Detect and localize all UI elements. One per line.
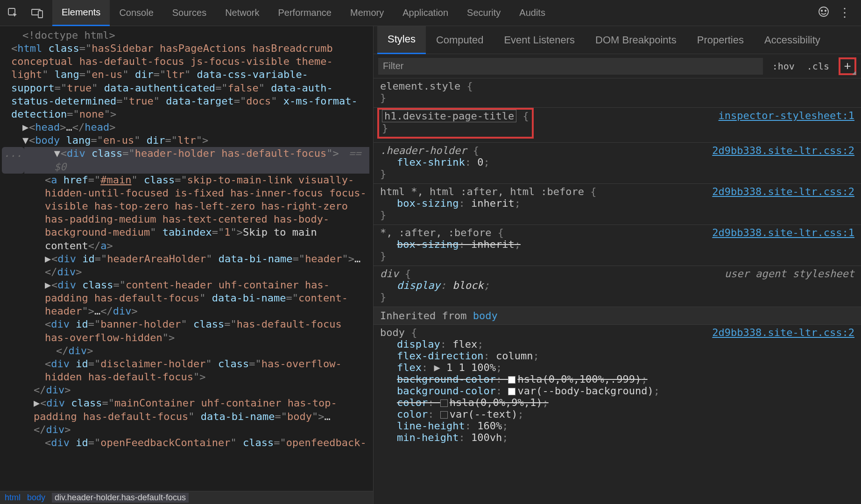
styles-filter-bar: :hov .cls + [374, 54, 861, 78]
styles-rules-list: element.style { } inspector-stylesheet:1… [374, 78, 861, 504]
tab-elements[interactable]: Elements [52, 0, 110, 26]
inherited-from-header: Inherited from body [374, 307, 861, 325]
style-rule[interactable]: 2d9bb338.site-ltr.css:2 body { display: … [374, 325, 861, 447]
stylesheet-link[interactable]: inspector-stylesheet:1 [719, 110, 854, 121]
styles-filter-input[interactable] [378, 58, 763, 75]
subtab-styles[interactable]: Styles [377, 26, 426, 54]
selected-node[interactable]: ▼<div class="header-holder has-default-f… [24, 147, 369, 173]
hidden-nodes-indicator[interactable]: ... [2, 147, 24, 173]
stylesheet-link[interactable]: 2d9bb338.site-ltr.css:2 [712, 327, 854, 338]
doctype-node[interactable]: <!doctype html> [22, 29, 115, 41]
tab-network[interactable]: Network [216, 0, 268, 26]
svg-point-5 [825, 10, 826, 12]
subtab-accessibility[interactable]: Accessibility [754, 26, 831, 54]
content-header-node[interactable]: ▶<div class="content-header uhf-containe… [4, 279, 369, 318]
stylesheet-link[interactable]: 2d9bb338.site-ltr.css:2 [712, 186, 854, 197]
head-collapsed[interactable]: ▶<head>…</head> [4, 121, 369, 134]
feedback-container-node[interactable]: <div id="openFeedbackContainer" class="o… [4, 436, 369, 449]
style-rule[interactable]: element.style { } [374, 78, 861, 108]
new-style-rule-button[interactable]: + [839, 57, 856, 75]
style-rule[interactable]: 2d9bb338.site-ltr.css:1 *, :after, :befo… [374, 225, 861, 266]
stylesheet-link[interactable]: 2d9bb338.site-ltr.css:1 [712, 227, 854, 238]
svg-point-3 [819, 7, 828, 16]
tab-performance[interactable]: Performance [269, 0, 341, 26]
toggle-hover-button[interactable]: :hov [769, 61, 797, 72]
color-swatch-icon[interactable] [508, 376, 515, 384]
color-swatch-icon[interactable] [508, 388, 515, 395]
tab-audits[interactable]: Audits [510, 0, 555, 26]
feedback-smiley-icon[interactable] [818, 6, 829, 20]
inspect-element-icon[interactable] [4, 4, 22, 22]
main-container-node[interactable]: ▶<div class="mainContainer uhf-container… [4, 397, 369, 436]
more-options-icon[interactable]: ⋮ [839, 6, 852, 20]
tab-application[interactable]: Application [393, 0, 458, 26]
breadcrumb-item[interactable]: html [5, 493, 21, 503]
subtab-properties[interactable]: Properties [687, 26, 754, 54]
subtab-dom-breakpoints[interactable]: DOM Breakpoints [585, 26, 687, 54]
style-rule-user-agent[interactable]: user agent stylesheet div { display: blo… [374, 266, 861, 307]
svg-rect-2 [38, 11, 42, 18]
html-open-tag[interactable]: <html class="hasSidebar hasPageActions h… [4, 42, 369, 121]
tab-console[interactable]: Console [110, 0, 162, 26]
breadcrumb-item[interactable]: body [27, 493, 45, 503]
elements-dom-tree[interactable]: <!doctype html> <html class="hasSidebar … [0, 26, 373, 491]
header-area-node[interactable]: ▶<div id="headerAreaHolder" data-bi-name… [4, 252, 369, 279]
stylesheet-link[interactable]: 2d9bb338.site-ltr.css:2 [712, 145, 854, 156]
subtab-event-listeners[interactable]: Event Listeners [494, 26, 585, 54]
style-rule[interactable]: 2d9bb338.site-ltr.css:2 .header-holder {… [374, 143, 861, 184]
color-swatch-icon[interactable] [440, 399, 448, 407]
svg-point-4 [821, 10, 823, 12]
subtab-computed[interactable]: Computed [426, 26, 494, 54]
tab-security[interactable]: Security [458, 0, 510, 26]
style-rule[interactable]: 2d9bb338.site-ltr.css:2 html *, html :af… [374, 184, 861, 225]
style-rule-highlighted[interactable]: inspector-stylesheet:1 h1.devsite-page-t… [374, 108, 861, 143]
tab-sources[interactable]: Sources [163, 0, 216, 26]
breadcrumb-item-selected[interactable]: div.header-holder.has-default-focus [52, 493, 189, 503]
banner-holder-node[interactable]: <div id="banner-holder" class="has-defau… [4, 318, 369, 344]
tab-memory[interactable]: Memory [341, 0, 393, 26]
sidebar-tabs: StylesComputedEvent ListenersDOM Breakpo… [374, 26, 861, 54]
skip-link-node[interactable]: <a href="#main" class="skip-to-main-link… [4, 174, 369, 252]
toggle-class-button[interactable]: .cls [804, 61, 832, 72]
color-swatch-icon[interactable] [440, 411, 448, 419]
devtools-toolbar: ElementsConsoleSourcesNetworkPerformance… [0, 0, 861, 26]
device-toggle-icon[interactable] [28, 4, 47, 22]
user-agent-label: user agent stylesheet [725, 268, 854, 280]
breadcrumb: html body div.header-holder.has-default-… [0, 491, 373, 504]
body-open-tag[interactable]: ▼<body lang="en-us" dir="ltr"> [4, 134, 369, 147]
disclaimer-holder-node[interactable]: <div id="disclaimer-holder" class="has-o… [4, 357, 369, 384]
